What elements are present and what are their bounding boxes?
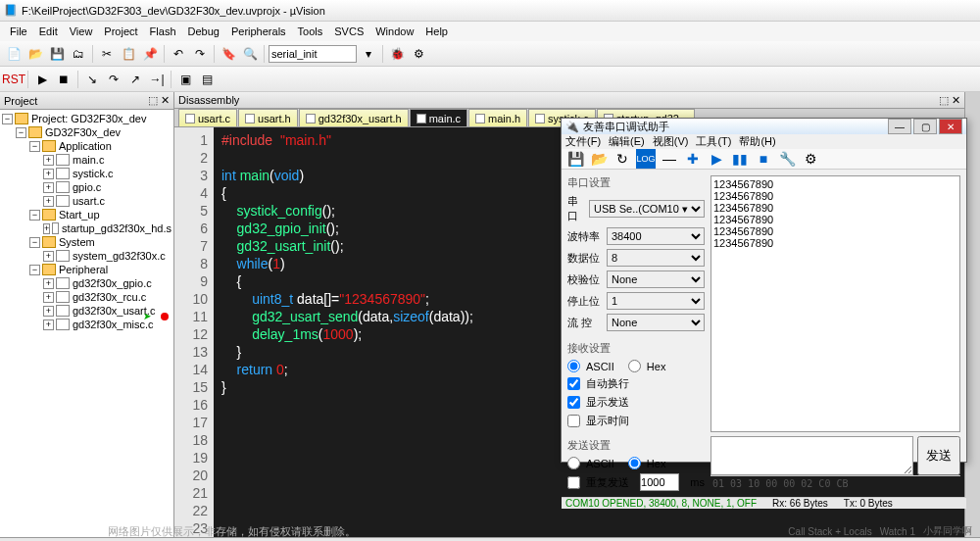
refresh-icon[interactable]: ↻ <box>612 149 632 169</box>
autowrap-check[interactable] <box>567 377 580 390</box>
line-number[interactable]: 22 <box>174 502 208 519</box>
showtime-check[interactable] <box>567 415 580 427</box>
dlg-menu-item[interactable]: 工具(T) <box>696 134 731 149</box>
tree-group[interactable]: −System <box>2 235 172 249</box>
send-button[interactable]: 发送 <box>917 436 960 475</box>
menu-edit[interactable]: Edit <box>33 25 64 37</box>
minimize-icon[interactable]: — <box>888 119 911 134</box>
menu-window[interactable]: Window <box>369 25 419 37</box>
debug-icon[interactable]: 🐞 <box>387 44 407 64</box>
line-number[interactable]: 15 <box>174 378 208 396</box>
save-all-icon[interactable]: 🗂 <box>69 44 88 64</box>
line-number[interactable]: 3 <box>174 167 208 184</box>
line-number[interactable]: 7 <box>174 237 208 255</box>
tree-root[interactable]: −Project: GD32F30x_dev <box>2 112 172 125</box>
tree-file[interactable]: +startup_gd32f30x_hd.s <box>2 221 172 235</box>
tree-file[interactable]: +system_gd32f30x.c <box>2 249 172 263</box>
line-number[interactable]: 2 <box>174 149 208 167</box>
bookmark-icon[interactable]: 🔖 <box>219 44 238 64</box>
menu-view[interactable]: View <box>64 25 99 37</box>
copy-icon[interactable]: 📋 <box>119 44 138 64</box>
line-number[interactable]: 8 <box>174 255 208 272</box>
stopbits-select[interactable]: 1 <box>607 292 705 310</box>
tree-file[interactable]: +gd32f30x_gpio.c <box>2 276 172 290</box>
menu-svcs[interactable]: SVCS <box>328 25 369 37</box>
step-over-icon[interactable]: ↷ <box>104 70 123 89</box>
find-icon[interactable]: 🔍 <box>240 44 260 64</box>
line-number[interactable]: 12 <box>174 325 208 343</box>
log-icon[interactable]: LOG <box>636 149 656 169</box>
line-number[interactable]: 11 <box>174 308 208 325</box>
baud-select[interactable]: 38400 <box>607 227 705 245</box>
play-icon[interactable]: ▶ <box>707 149 726 169</box>
menu-peripherals[interactable]: Peripherals <box>225 25 292 37</box>
open-icon[interactable]: 📂 <box>25 44 45 64</box>
tree-file[interactable]: +systick.c <box>2 167 172 180</box>
stop-icon[interactable]: ⏹ <box>54 70 74 89</box>
rx-output[interactable]: 1234567890123456789012345678901234567890… <box>710 175 960 432</box>
gear-icon[interactable]: ⚙ <box>801 149 820 169</box>
menu-file[interactable]: File <box>4 25 33 37</box>
config-icon[interactable]: ⚙ <box>409 44 428 64</box>
rx-ascii-radio[interactable] <box>567 360 580 372</box>
tx-input[interactable] <box>710 436 913 475</box>
line-number[interactable]: 18 <box>174 431 208 449</box>
editor-tab[interactable]: usart.h <box>238 109 298 126</box>
save-icon[interactable]: 💾 <box>47 44 67 64</box>
line-number[interactable]: 13 <box>174 343 208 361</box>
undo-icon[interactable]: ↶ <box>169 44 188 64</box>
tree-file[interactable]: +gd32f30x_rcu.c <box>2 290 172 304</box>
repeat-input[interactable] <box>640 473 679 491</box>
paste-icon[interactable]: 📌 <box>140 44 160 64</box>
plus-icon[interactable]: ✚ <box>683 149 703 169</box>
line-number[interactable]: 21 <box>174 484 208 502</box>
reset-icon[interactable]: RST <box>4 70 24 89</box>
showsend-check[interactable] <box>567 396 580 409</box>
line-number[interactable]: 20 <box>174 467 208 484</box>
step-in-icon[interactable]: ↘ <box>82 70 102 89</box>
editor-tab[interactable]: main.h <box>468 109 527 126</box>
search-go-icon[interactable]: ▾ <box>359 44 378 64</box>
line-number[interactable]: 10 <box>174 290 208 308</box>
menu-flash[interactable]: Flash <box>144 25 182 37</box>
repeat-check[interactable] <box>567 476 580 489</box>
databits-select[interactable]: 8 <box>607 249 705 267</box>
tx-hex-radio[interactable] <box>628 457 641 469</box>
line-number[interactable]: 19 <box>174 449 208 467</box>
menu-project[interactable]: Project <box>98 25 143 37</box>
maximize-icon[interactable]: ▢ <box>913 119 937 134</box>
line-number[interactable]: 9 <box>174 272 208 290</box>
line-number[interactable]: 17 <box>174 414 208 431</box>
parity-select[interactable]: None <box>607 270 705 288</box>
tree-target[interactable]: −GD32F30x_dev <box>2 125 172 139</box>
line-number[interactable]: 6 <box>174 220 208 237</box>
tree-group[interactable]: −Peripheral <box>2 263 172 276</box>
menu-help[interactable]: Help <box>419 25 454 37</box>
tree-group[interactable]: −Application <box>2 139 172 153</box>
dlg-menu-item[interactable]: 文件(F) <box>565 134 601 149</box>
flow-select[interactable]: None <box>607 314 705 331</box>
memory-icon[interactable]: ▤ <box>197 70 217 89</box>
menu-debug[interactable]: Debug <box>182 25 225 37</box>
folder-icon[interactable]: 📂 <box>589 149 609 169</box>
step-out-icon[interactable]: ↗ <box>125 70 145 89</box>
tree-file[interactable]: +main.c <box>2 153 172 167</box>
run-to-icon[interactable]: →| <box>147 70 167 89</box>
rx-hex-radio[interactable] <box>628 360 641 372</box>
pause-icon[interactable]: ▮▮ <box>730 149 750 169</box>
tree-file[interactable]: +usart.c <box>2 194 172 208</box>
editor-tab[interactable]: usart.c <box>178 109 237 126</box>
redo-icon[interactable]: ↷ <box>190 44 210 64</box>
save-icon[interactable]: 💾 <box>565 149 585 169</box>
cut-icon[interactable]: ✂ <box>97 44 117 64</box>
dialog-titlebar[interactable]: 🔌 友善串口调试助手 — ▢ ✕ <box>562 119 966 134</box>
editor-tab[interactable]: gd32f30x_usart.h <box>299 109 409 126</box>
tx-ascii-radio[interactable] <box>567 457 580 469</box>
line-number[interactable]: 5 <box>174 202 208 220</box>
stop-icon[interactable]: ■ <box>754 149 773 169</box>
line-number[interactable]: 4 <box>174 184 208 202</box>
run-icon[interactable]: ▶ <box>32 70 52 89</box>
dlg-menu-item[interactable]: 编辑(E) <box>609 134 645 149</box>
line-number[interactable]: 16 <box>174 396 208 414</box>
wrench-icon[interactable]: 🔧 <box>777 149 797 169</box>
